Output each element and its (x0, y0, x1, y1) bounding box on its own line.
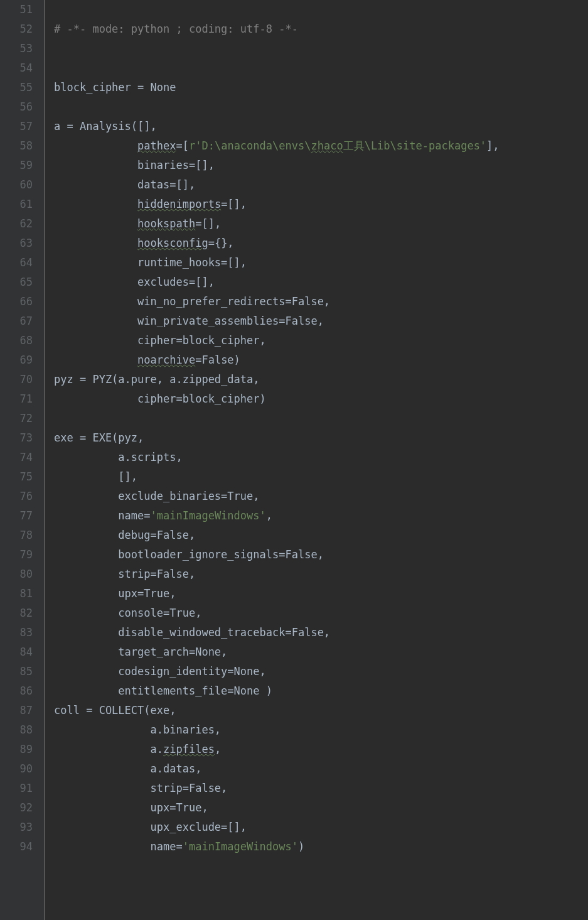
code-line[interactable]: a.scripts, (54, 448, 588, 467)
code-token: excludes=[], (54, 276, 215, 288)
line-number: 57 (0, 117, 33, 136)
code-line[interactable]: debug=False, (54, 526, 588, 545)
code-line[interactable]: upx=True, (54, 798, 588, 818)
line-number: 70 (0, 370, 33, 389)
code-line[interactable]: console=True, (54, 603, 588, 623)
line-number: 85 (0, 662, 33, 681)
line-number: 79 (0, 545, 33, 565)
code-token: cipher=block_cipher, (54, 334, 266, 347)
code-line[interactable]: upx=True, (54, 584, 588, 603)
code-token: =[], (221, 198, 247, 210)
code-line[interactable]: excludes=[], (54, 273, 588, 292)
code-line[interactable]: strip=False, (54, 565, 588, 584)
line-number: 68 (0, 331, 33, 350)
line-number: 64 (0, 253, 33, 273)
line-number: 92 (0, 798, 33, 818)
code-token: runtime_hooks=[], (54, 256, 247, 269)
line-number: 90 (0, 759, 33, 779)
code-line[interactable]: runtime_hooks=[], (54, 253, 588, 273)
code-token: upx=True, (54, 587, 176, 600)
code-line[interactable]: pyz = PYZ(a.pure, a.zipped_data, (54, 370, 588, 389)
code-token: bootloader_ignore_signals=False, (54, 548, 324, 561)
code-line[interactable]: name='mainImageWindows', (54, 506, 588, 526)
code-line[interactable]: a = Analysis([], (54, 117, 588, 136)
code-line[interactable]: datas=[], (54, 175, 588, 195)
code-area[interactable]: # -*- mode: python ; coding: utf-8 -*- b… (45, 0, 588, 920)
line-number: 53 (0, 39, 33, 58)
code-token: 'mainImageWindows' (151, 509, 266, 522)
code-token: datas=[], (54, 178, 195, 191)
code-line[interactable]: block_cipher = None (54, 78, 588, 97)
code-line[interactable]: codesign_identity=None, (54, 662, 588, 681)
code-line[interactable]: cipher=block_cipher) (54, 389, 588, 409)
line-number: 60 (0, 175, 33, 195)
line-number: 69 (0, 350, 33, 370)
code-line[interactable]: disable_windowed_traceback=False, (54, 623, 588, 642)
code-token: a.binaries, (54, 723, 221, 736)
code-token: =False) (195, 354, 240, 366)
line-number: 71 (0, 389, 33, 409)
code-line[interactable]: cipher=block_cipher, (54, 331, 588, 350)
line-number: 54 (0, 58, 33, 78)
code-line[interactable] (54, 39, 588, 58)
code-line[interactable]: exclude_binaries=True, (54, 487, 588, 506)
line-number: 89 (0, 740, 33, 759)
line-number: 62 (0, 214, 33, 234)
code-token: pyz = PYZ(a.pure, a.zipped_data, (54, 373, 260, 386)
code-line[interactable]: a.datas, (54, 759, 588, 779)
code-line[interactable]: hiddenimports=[], (54, 195, 588, 214)
code-token: name= (54, 509, 151, 522)
code-token: =[ (176, 139, 188, 152)
code-line[interactable] (54, 409, 588, 428)
code-line[interactable]: exe = EXE(pyz, (54, 428, 588, 448)
code-token (54, 354, 137, 366)
code-token: =[], (195, 217, 221, 230)
code-token: pathex (137, 139, 176, 152)
code-line[interactable]: target_arch=None, (54, 642, 588, 662)
code-line[interactable]: [], (54, 467, 588, 487)
code-token: debug=False, (54, 529, 195, 541)
code-line[interactable]: strip=False, (54, 779, 588, 798)
line-number: 52 (0, 19, 33, 39)
code-token: exclude_binaries=True, (54, 490, 260, 502)
code-line[interactable] (54, 58, 588, 78)
line-number: 75 (0, 467, 33, 487)
code-line[interactable]: pathex=[r'D:\anaconda\envs\zhaco工具\Lib\s… (54, 136, 588, 156)
code-line[interactable]: coll = COLLECT(exe, (54, 701, 588, 720)
code-line[interactable]: upx_exclude=[], (54, 818, 588, 837)
code-token: name= (54, 840, 183, 853)
code-token: entitlements_file=None ) (54, 685, 272, 697)
code-line[interactable] (54, 97, 588, 117)
code-token: zhaco (311, 139, 343, 152)
line-number: 81 (0, 584, 33, 603)
code-line[interactable]: noarchive=False) (54, 350, 588, 370)
code-editor: 5152535455565758596061626364656667686970… (0, 0, 588, 920)
code-line[interactable]: win_no_prefer_redirects=False, (54, 292, 588, 311)
code-line[interactable]: win_private_assemblies=False, (54, 311, 588, 331)
code-token: strip=False, (54, 782, 227, 794)
code-token: console=True, (54, 607, 201, 619)
code-line[interactable]: name='mainImageWindows') (54, 837, 588, 857)
code-token: zipfiles (163, 743, 215, 755)
code-line[interactable]: # -*- mode: python ; coding: utf-8 -*- (54, 19, 588, 39)
code-token: upx_exclude=[], (54, 821, 247, 833)
code-token: hookspath (137, 217, 195, 230)
code-line[interactable]: hookspath=[], (54, 214, 588, 234)
code-token: win_no_prefer_redirects=False, (54, 295, 330, 308)
line-number: 78 (0, 526, 33, 545)
code-line[interactable]: binaries=[], (54, 156, 588, 175)
code-line[interactable] (54, 0, 588, 19)
code-line[interactable]: entitlements_file=None ) (54, 681, 588, 701)
code-line[interactable]: hooksconfig={}, (54, 234, 588, 253)
line-number: 72 (0, 409, 33, 428)
line-number: 84 (0, 642, 33, 662)
code-token: target_arch=None, (54, 646, 227, 658)
code-token: a. (54, 743, 163, 755)
code-line[interactable]: bootloader_ignore_signals=False, (54, 545, 588, 565)
code-token: ={}, (208, 237, 234, 249)
code-token: win_private_assemblies=False, (54, 315, 324, 327)
code-line[interactable]: a.binaries, (54, 720, 588, 740)
code-token: a.datas, (54, 762, 201, 775)
code-line[interactable]: a.zipfiles, (54, 740, 588, 759)
line-number: 77 (0, 506, 33, 526)
